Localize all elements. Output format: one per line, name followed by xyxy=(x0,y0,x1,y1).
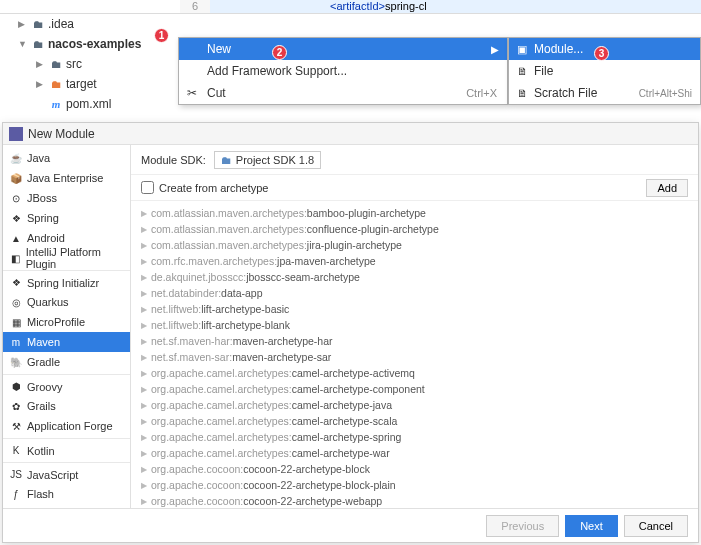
category-item[interactable]: ☕Java xyxy=(3,148,130,168)
archetype-list[interactable]: ▶com.atlassian.maven.archetypes:bamboo-p… xyxy=(131,201,698,508)
dialog-title: New Module xyxy=(28,127,95,141)
badge-1: 1 xyxy=(154,28,169,43)
tree-item[interactable]: ▶🖿src xyxy=(0,54,180,74)
archetype-item[interactable]: ▶com.atlassian.maven.archetypes:confluen… xyxy=(131,221,698,237)
archetype-item[interactable]: ▶net.sf.maven-sar:maven-archetype-sar xyxy=(131,349,698,365)
category-icon: ⬢ xyxy=(9,381,23,392)
category-label: Java Enterprise xyxy=(27,172,103,184)
category-item[interactable]: ▲Android xyxy=(3,228,130,248)
tree-item[interactable]: ▶🖿.idea xyxy=(0,14,180,34)
category-item[interactable]: ◧IntelliJ Platform Plugin xyxy=(3,248,130,268)
category-label: JavaScript xyxy=(27,469,78,481)
archetype-item[interactable]: ▶org.apache.cocoon:cocoon-22-archetype-w… xyxy=(131,493,698,508)
add-archetype-button[interactable]: Add xyxy=(646,179,688,197)
cancel-button[interactable]: Cancel xyxy=(624,515,688,537)
archetype-item[interactable]: ▶com.rfc.maven.archetypes:jpa-maven-arch… xyxy=(131,253,698,269)
tree-label: .idea xyxy=(48,17,74,31)
archetype-item[interactable]: ▶org.apache.camel.archetypes:camel-arche… xyxy=(131,381,698,397)
expand-arrow-icon[interactable]: ▼ xyxy=(18,39,28,49)
create-archetype-label: Create from archetype xyxy=(159,182,268,194)
ctx-add-framework[interactable]: Add Framework Support... xyxy=(179,60,507,82)
category-label: IntelliJ Platform Plugin xyxy=(26,246,124,270)
archetype-item[interactable]: ▶com.atlassian.maven.archetypes:jira-plu… xyxy=(131,237,698,253)
previous-button[interactable]: Previous xyxy=(486,515,559,537)
expand-arrow-icon: ▶ xyxy=(141,225,151,234)
category-icon: ✿ xyxy=(9,401,23,412)
expand-arrow-icon: ▶ xyxy=(141,321,151,330)
archetype-item[interactable]: ▶net.liftweb:lift-archetype-blank xyxy=(131,317,698,333)
expand-arrow-icon: ▶ xyxy=(141,257,151,266)
archetype-item[interactable]: ▶net.databinder:data-app xyxy=(131,285,698,301)
archetype-item[interactable]: ▶net.sf.maven-har:maven-archetype-har xyxy=(131,333,698,349)
category-label: Flash xyxy=(27,488,54,500)
sdk-row: Module SDK: 🖿 Project SDK 1.8 xyxy=(131,145,698,175)
category-item[interactable]: ◎Quarkus xyxy=(3,292,130,312)
category-label: Spring xyxy=(27,212,59,224)
category-label: Kotlin xyxy=(27,445,55,457)
category-label: Android xyxy=(27,232,65,244)
archetype-item[interactable]: ▶org.apache.cocoon:cocoon-22-archetype-b… xyxy=(131,477,698,493)
category-item[interactable]: ▦MicroProfile xyxy=(3,312,130,332)
create-archetype-checkbox[interactable] xyxy=(141,181,154,194)
category-item[interactable]: ⬢Groovy xyxy=(3,374,130,396)
expand-arrow-icon: ▶ xyxy=(141,401,151,410)
dialog-footer: Previous Next Cancel xyxy=(3,508,698,542)
sub-scratch[interactable]: 🗎 Scratch File Ctrl+Alt+Shi xyxy=(509,82,700,104)
archetype-item[interactable]: ▶org.apache.camel.archetypes:camel-arche… xyxy=(131,429,698,445)
archetype-item[interactable]: ▶de.akquinet.jbosscc:jbosscc-seam-archet… xyxy=(131,269,698,285)
archetype-item[interactable]: ▶org.apache.camel.archetypes:camel-arche… xyxy=(131,445,698,461)
tree-item[interactable]: mpom.xml xyxy=(0,94,180,114)
category-icon: ❖ xyxy=(9,213,23,224)
archetype-item[interactable]: ▶com.atlassian.maven.archetypes:bamboo-p… xyxy=(131,205,698,221)
category-item[interactable]: KKotlin xyxy=(3,438,130,460)
category-item[interactable]: ✿Grails xyxy=(3,396,130,416)
tree-item[interactable]: ▶🖿target xyxy=(0,74,180,94)
category-item[interactable]: ƒFlash xyxy=(3,484,130,504)
expand-arrow-icon: ▶ xyxy=(141,209,151,218)
archetype-item[interactable]: ▶org.apache.cocoon:cocoon-22-archetype-b… xyxy=(131,461,698,477)
category-item[interactable]: 📦Java Enterprise xyxy=(3,168,130,188)
next-button[interactable]: Next xyxy=(565,515,618,537)
category-label: Gradle xyxy=(27,356,60,368)
archetype-item[interactable]: ▶net.liftweb:lift-archetype-basic xyxy=(131,301,698,317)
category-item[interactable]: ⊙JBoss xyxy=(3,188,130,208)
category-label: Spring Initializr xyxy=(27,277,99,289)
tree-item[interactable]: ▼🖿nacos-examples xyxy=(0,34,180,54)
badge-2: 2 xyxy=(272,45,287,60)
category-item[interactable]: ❖Spring xyxy=(3,208,130,228)
folder-icon: 🖿 xyxy=(31,17,45,31)
sub-file[interactable]: 🗎 File xyxy=(509,60,700,82)
file-icon: 🗎 xyxy=(515,65,529,77)
line-number: 6 xyxy=(180,0,210,13)
dialog-title-bar[interactable]: New Module xyxy=(3,123,698,145)
category-icon: ⊙ xyxy=(9,193,23,204)
archetype-item[interactable]: ▶org.apache.camel.archetypes:camel-arche… xyxy=(131,365,698,381)
expand-arrow-icon[interactable]: ▶ xyxy=(36,59,46,69)
expand-arrow-icon: ▶ xyxy=(141,385,151,394)
category-panel: ☕Java📦Java Enterprise⊙JBoss❖Spring▲Andro… xyxy=(3,145,131,508)
category-item[interactable]: ⚒Application Forge xyxy=(3,416,130,436)
sdk-selector[interactable]: 🖿 Project SDK 1.8 xyxy=(214,151,321,169)
ctx-new[interactable]: New▶ xyxy=(179,38,507,60)
category-item[interactable]: mMaven xyxy=(3,332,130,352)
expand-arrow-icon[interactable]: ▶ xyxy=(36,79,46,89)
expand-arrow-icon: ▶ xyxy=(141,241,151,250)
code-line: <artifactId>spring-cl xyxy=(210,0,701,13)
expand-arrow-icon[interactable]: ▶ xyxy=(18,19,28,29)
category-icon: 📦 xyxy=(9,173,23,184)
sdk-label: Module SDK: xyxy=(141,154,206,166)
category-label: Groovy xyxy=(27,381,62,393)
context-menu: New▶ Add Framework Support... ✂ CutCtrl+… xyxy=(178,37,508,105)
category-item[interactable]: ❖Spring Initializr xyxy=(3,270,130,292)
scratch-icon: 🗎 xyxy=(515,87,529,99)
category-item[interactable]: JSJavaScript xyxy=(3,462,130,484)
ctx-cut[interactable]: ✂ CutCtrl+X xyxy=(179,82,507,104)
category-label: Java xyxy=(27,152,50,164)
category-icon: ƒ xyxy=(9,489,23,500)
archetype-item[interactable]: ▶org.apache.camel.archetypes:camel-arche… xyxy=(131,413,698,429)
tree-label: nacos-examples xyxy=(48,37,141,51)
expand-arrow-icon: ▶ xyxy=(141,353,151,362)
category-item[interactable]: 🐘Gradle xyxy=(3,352,130,372)
archetype-item[interactable]: ▶org.apache.camel.archetypes:camel-arche… xyxy=(131,397,698,413)
expand-arrow-icon: ▶ xyxy=(141,417,151,426)
